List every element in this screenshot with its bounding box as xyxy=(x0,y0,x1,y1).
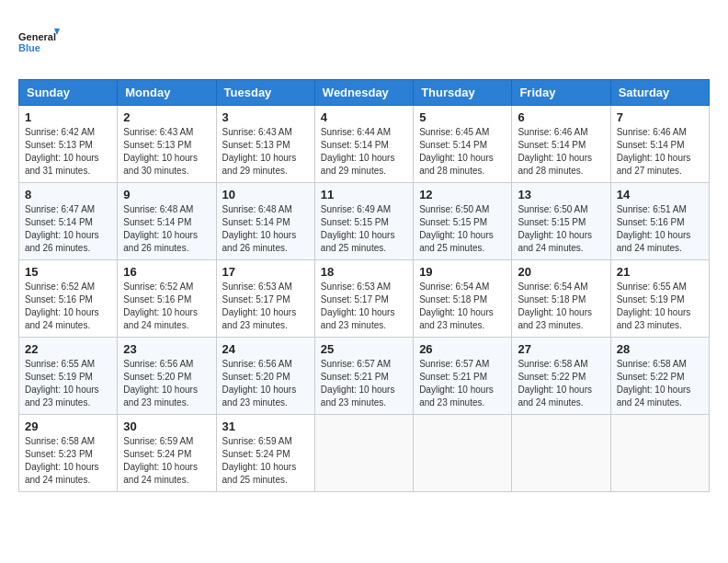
calendar-cell: 11 Sunrise: 6:49 AMSunset: 5:15 PMDaylig… xyxy=(314,183,413,260)
calendar-cell: 8 Sunrise: 6:47 AMSunset: 5:14 PMDayligh… xyxy=(19,183,118,260)
calendar-cell xyxy=(610,415,709,492)
calendar-header-row: SundayMondayTuesdayWednesdayThursdayFrid… xyxy=(19,80,710,106)
header-saturday: Saturday xyxy=(610,80,709,106)
day-info: Sunrise: 6:50 AMSunset: 5:15 PMDaylight:… xyxy=(518,203,604,255)
day-number: 8 xyxy=(25,188,111,201)
day-info: Sunrise: 6:48 AMSunset: 5:14 PMDaylight:… xyxy=(123,203,210,255)
calendar-cell: 22 Sunrise: 6:55 AMSunset: 5:19 PMDaylig… xyxy=(19,338,118,415)
logo-svg: General Blue xyxy=(18,18,64,64)
calendar-cell: 26 Sunrise: 6:57 AMSunset: 5:21 PMDaylig… xyxy=(414,338,512,415)
day-number: 18 xyxy=(321,265,407,279)
calendar-cell: 28 Sunrise: 6:58 AMSunset: 5:22 PMDaylig… xyxy=(610,338,709,415)
day-number: 7 xyxy=(617,110,703,124)
week-row-1: 1 Sunrise: 6:42 AMSunset: 5:13 PMDayligh… xyxy=(19,106,710,183)
day-info: Sunrise: 6:54 AMSunset: 5:18 PMDaylight:… xyxy=(518,281,604,332)
calendar-cell: 17 Sunrise: 6:53 AMSunset: 5:17 PMDaylig… xyxy=(216,260,314,338)
day-number: 25 xyxy=(321,342,407,356)
calendar-cell: 7 Sunrise: 6:46 AMSunset: 5:14 PMDayligh… xyxy=(610,106,709,183)
day-info: Sunrise: 6:46 AMSunset: 5:14 PMDaylight:… xyxy=(617,126,703,178)
day-info: Sunrise: 6:58 AMSunset: 5:22 PMDaylight:… xyxy=(617,358,703,409)
calendar-cell xyxy=(512,415,610,492)
day-number: 29 xyxy=(25,419,111,433)
day-info: Sunrise: 6:49 AMSunset: 5:15 PMDaylight:… xyxy=(321,203,407,255)
day-number: 2 xyxy=(123,110,210,124)
day-number: 28 xyxy=(617,342,703,356)
day-number: 13 xyxy=(518,188,604,201)
calendar-cell xyxy=(414,415,512,492)
week-row-4: 22 Sunrise: 6:55 AMSunset: 5:19 PMDaylig… xyxy=(19,338,710,415)
day-info: Sunrise: 6:52 AMSunset: 5:16 PMDaylight:… xyxy=(25,281,111,332)
calendar-cell: 21 Sunrise: 6:55 AMSunset: 5:19 PMDaylig… xyxy=(610,260,709,338)
header-monday: Monday xyxy=(118,80,216,106)
calendar-cell: 14 Sunrise: 6:51 AMSunset: 5:16 PMDaylig… xyxy=(610,183,709,260)
header-thursday: Thursday xyxy=(414,80,512,106)
calendar-cell: 13 Sunrise: 6:50 AMSunset: 5:15 PMDaylig… xyxy=(512,183,610,260)
svg-text:General: General xyxy=(18,31,56,42)
day-info: Sunrise: 6:52 AMSunset: 5:16 PMDaylight:… xyxy=(123,281,210,332)
calendar-cell: 15 Sunrise: 6:52 AMSunset: 5:16 PMDaylig… xyxy=(19,260,118,338)
calendar-cell: 6 Sunrise: 6:46 AMSunset: 5:14 PMDayligh… xyxy=(512,106,610,183)
calendar-cell: 25 Sunrise: 6:57 AMSunset: 5:21 PMDaylig… xyxy=(314,338,413,415)
day-info: Sunrise: 6:51 AMSunset: 5:16 PMDaylight:… xyxy=(617,203,703,255)
day-number: 5 xyxy=(419,110,506,124)
calendar-cell: 2 Sunrise: 6:43 AMSunset: 5:13 PMDayligh… xyxy=(118,106,216,183)
day-number: 23 xyxy=(123,342,210,356)
day-number: 31 xyxy=(222,419,309,433)
day-number: 4 xyxy=(321,110,407,124)
day-number: 20 xyxy=(518,265,604,279)
header-tuesday: Tuesday xyxy=(216,80,314,106)
day-info: Sunrise: 6:56 AMSunset: 5:20 PMDaylight:… xyxy=(123,358,210,409)
day-number: 15 xyxy=(25,265,111,279)
calendar-cell: 4 Sunrise: 6:44 AMSunset: 5:14 PMDayligh… xyxy=(314,106,413,183)
calendar-cell: 5 Sunrise: 6:45 AMSunset: 5:14 PMDayligh… xyxy=(414,106,512,183)
day-number: 26 xyxy=(419,342,506,356)
header-friday: Friday xyxy=(512,80,610,106)
calendar-cell: 18 Sunrise: 6:53 AMSunset: 5:17 PMDaylig… xyxy=(314,260,413,338)
calendar-cell: 29 Sunrise: 6:58 AMSunset: 5:23 PMDaylig… xyxy=(19,415,118,492)
week-row-2: 8 Sunrise: 6:47 AMSunset: 5:14 PMDayligh… xyxy=(19,183,710,260)
day-info: Sunrise: 6:42 AMSunset: 5:13 PMDaylight:… xyxy=(25,126,111,178)
week-row-5: 29 Sunrise: 6:58 AMSunset: 5:23 PMDaylig… xyxy=(19,415,710,492)
day-number: 27 xyxy=(518,342,604,356)
calendar-cell: 9 Sunrise: 6:48 AMSunset: 5:14 PMDayligh… xyxy=(118,183,216,260)
calendar-cell: 31 Sunrise: 6:59 AMSunset: 5:24 PMDaylig… xyxy=(216,415,314,492)
day-info: Sunrise: 6:53 AMSunset: 5:17 PMDaylight:… xyxy=(321,281,407,332)
svg-text:Blue: Blue xyxy=(18,42,40,53)
week-row-3: 15 Sunrise: 6:52 AMSunset: 5:16 PMDaylig… xyxy=(19,260,710,338)
day-info: Sunrise: 6:44 AMSunset: 5:14 PMDaylight:… xyxy=(321,126,407,178)
day-info: Sunrise: 6:55 AMSunset: 5:19 PMDaylight:… xyxy=(25,358,111,409)
day-number: 19 xyxy=(419,265,506,279)
day-info: Sunrise: 6:55 AMSunset: 5:19 PMDaylight:… xyxy=(617,281,703,332)
day-info: Sunrise: 6:48 AMSunset: 5:14 PMDaylight:… xyxy=(222,203,309,255)
day-info: Sunrise: 6:56 AMSunset: 5:20 PMDaylight:… xyxy=(222,358,309,409)
day-info: Sunrise: 6:57 AMSunset: 5:21 PMDaylight:… xyxy=(321,358,407,409)
calendar-cell: 24 Sunrise: 6:56 AMSunset: 5:20 PMDaylig… xyxy=(216,338,314,415)
calendar-cell: 27 Sunrise: 6:58 AMSunset: 5:22 PMDaylig… xyxy=(512,338,610,415)
calendar-cell: 23 Sunrise: 6:56 AMSunset: 5:20 PMDaylig… xyxy=(118,338,216,415)
day-number: 17 xyxy=(222,265,309,279)
calendar-table: SundayMondayTuesdayWednesdayThursdayFrid… xyxy=(18,79,710,492)
day-info: Sunrise: 6:45 AMSunset: 5:14 PMDaylight:… xyxy=(419,126,506,178)
day-number: 1 xyxy=(25,110,111,124)
day-info: Sunrise: 6:43 AMSunset: 5:13 PMDaylight:… xyxy=(123,126,210,178)
day-number: 24 xyxy=(222,342,309,356)
calendar-cell: 10 Sunrise: 6:48 AMSunset: 5:14 PMDaylig… xyxy=(216,183,314,260)
day-number: 21 xyxy=(617,265,703,279)
day-number: 11 xyxy=(321,188,407,201)
calendar-cell: 19 Sunrise: 6:54 AMSunset: 5:18 PMDaylig… xyxy=(414,260,512,338)
day-number: 6 xyxy=(518,110,604,124)
day-number: 30 xyxy=(123,419,210,433)
header-sunday: Sunday xyxy=(19,80,118,106)
day-info: Sunrise: 6:43 AMSunset: 5:13 PMDaylight:… xyxy=(222,126,309,178)
day-info: Sunrise: 6:54 AMSunset: 5:18 PMDaylight:… xyxy=(419,281,506,332)
header: General Blue xyxy=(18,18,710,64)
day-info: Sunrise: 6:50 AMSunset: 5:15 PMDaylight:… xyxy=(419,203,506,255)
day-number: 22 xyxy=(25,342,111,356)
calendar-cell: 20 Sunrise: 6:54 AMSunset: 5:18 PMDaylig… xyxy=(512,260,610,338)
day-info: Sunrise: 6:59 AMSunset: 5:24 PMDaylight:… xyxy=(123,435,210,487)
day-info: Sunrise: 6:53 AMSunset: 5:17 PMDaylight:… xyxy=(222,281,309,332)
calendar-cell: 30 Sunrise: 6:59 AMSunset: 5:24 PMDaylig… xyxy=(118,415,216,492)
day-number: 16 xyxy=(123,265,210,279)
day-info: Sunrise: 6:59 AMSunset: 5:24 PMDaylight:… xyxy=(222,435,309,487)
day-number: 3 xyxy=(222,110,309,124)
